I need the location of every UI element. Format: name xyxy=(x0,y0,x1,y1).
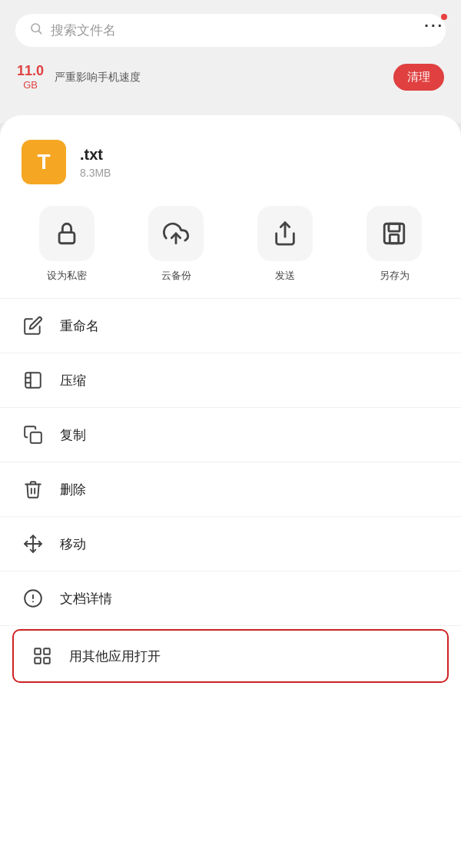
action-cloud[interactable]: 云备份 xyxy=(121,206,230,283)
menu-open-with-label: 用其他应用打开 xyxy=(69,648,161,665)
search-placeholder: 搜索文件名 xyxy=(51,22,432,39)
svg-rect-20 xyxy=(35,658,41,664)
menu-item-compress[interactable]: 压缩 xyxy=(0,353,461,407)
rename-icon xyxy=(22,314,45,337)
storage-unit: GB xyxy=(23,79,38,91)
svg-rect-6 xyxy=(389,224,400,231)
cloud-upload-icon xyxy=(163,220,189,247)
open-with-icon xyxy=(31,644,54,668)
svg-rect-12 xyxy=(31,432,41,443)
storage-size: 11.0 xyxy=(17,64,44,79)
search-icon xyxy=(29,22,43,39)
divider-6 xyxy=(0,625,461,626)
svg-rect-18 xyxy=(35,648,41,654)
svg-rect-19 xyxy=(44,648,50,654)
storage-warning: 严重影响手机速度 xyxy=(55,71,383,84)
action-saveas-label: 另存为 xyxy=(380,269,410,283)
compress-icon xyxy=(22,369,45,392)
menu-rename-label: 重命名 xyxy=(60,317,99,335)
quick-actions: 设为私密 云备份 发送 xyxy=(0,198,461,298)
menu-delete-label: 删除 xyxy=(60,481,86,499)
file-name: .txt xyxy=(80,146,439,164)
save-icon xyxy=(381,220,407,247)
svg-rect-8 xyxy=(25,373,41,388)
menu-move-label: 移动 xyxy=(60,535,86,553)
lock-icon xyxy=(54,220,80,247)
svg-rect-21 xyxy=(44,658,50,664)
menu-item-delete[interactable]: 删除 xyxy=(0,462,461,516)
action-cloud-label: 云备份 xyxy=(161,269,191,283)
action-private[interactable]: 设为私密 xyxy=(12,206,121,283)
menu-item-rename[interactable]: 重命名 xyxy=(0,299,461,353)
file-icon-letter: T xyxy=(37,150,50,174)
action-private-label: 设为私密 xyxy=(47,269,87,283)
file-info: .txt 8.3MB xyxy=(80,146,439,179)
saveas-icon-box xyxy=(366,206,422,261)
file-icon: T xyxy=(22,140,66,184)
file-size: 8.3MB xyxy=(80,167,439,179)
action-send[interactable]: 发送 xyxy=(230,206,340,283)
action-saveas[interactable]: 另存为 xyxy=(340,206,449,283)
bottom-sheet: T .txt 8.3MB 设为私密 xyxy=(0,115,461,868)
action-send-label: 发送 xyxy=(275,269,295,283)
svg-rect-7 xyxy=(390,234,398,243)
menu-item-open-with[interactable]: 用其他应用打开 xyxy=(12,629,449,683)
more-button[interactable]: ··· xyxy=(424,17,444,35)
private-icon-box xyxy=(39,206,95,261)
clean-button[interactable]: 清理 xyxy=(393,64,444,91)
delete-icon xyxy=(22,478,45,501)
copy-icon xyxy=(22,423,45,446)
details-icon xyxy=(22,587,45,610)
menu-compress-label: 压缩 xyxy=(60,372,86,389)
file-header: T .txt 8.3MB xyxy=(0,115,461,198)
cloud-icon-box xyxy=(148,206,204,261)
background-area: 搜索文件名 ··· 11.0 GB 严重影响手机速度 清理 xyxy=(0,0,461,123)
menu-copy-label: 复制 xyxy=(60,426,86,444)
menu-details-label: 文档详情 xyxy=(60,590,112,608)
send-icon-box xyxy=(257,206,313,261)
menu-item-move[interactable]: 移动 xyxy=(0,517,461,571)
svg-rect-2 xyxy=(59,233,75,244)
search-bar[interactable]: 搜索文件名 xyxy=(15,14,446,47)
move-icon xyxy=(22,532,45,555)
share-icon xyxy=(272,220,298,247)
menu-item-copy[interactable]: 复制 xyxy=(0,408,461,462)
menu-item-details[interactable]: 文档详情 xyxy=(0,571,461,625)
svg-line-1 xyxy=(38,31,41,33)
storage-bar: 11.0 GB 严重影响手机速度 清理 xyxy=(0,56,461,98)
